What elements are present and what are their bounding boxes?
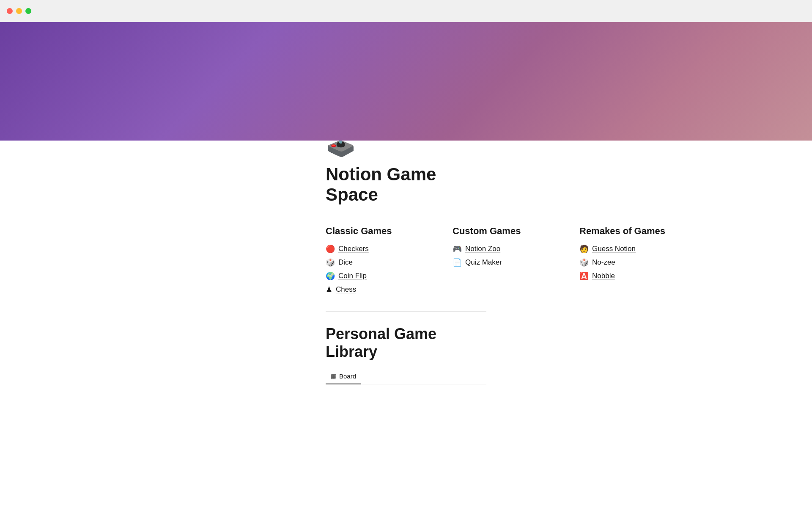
list-item[interactable]: 📄 Quiz Maker (453, 258, 546, 267)
quiz-maker-label[interactable]: Quiz Maker (465, 258, 502, 267)
tab-board[interactable]: ▦ Board (326, 369, 361, 384)
board-tab-label: Board (339, 373, 356, 380)
page-title: Notion Game Space (326, 164, 486, 205)
notion-zoo-label[interactable]: Notion Zoo (465, 245, 500, 253)
dice-label[interactable]: Dice (338, 258, 353, 267)
custom-games-column: Custom Games 🎮 Notion Zoo 📄 Quiz Maker (453, 225, 546, 294)
personal-library-title: Personal Game Library (326, 325, 486, 361)
maximize-button[interactable] (25, 8, 31, 14)
list-item[interactable]: 🎲 No-zee (579, 258, 698, 267)
list-item[interactable]: 🌍 Coin Flip (326, 271, 419, 281)
checkers-label[interactable]: Checkers (338, 245, 369, 253)
chess-label[interactable]: Chess (336, 285, 356, 294)
chess-icon: ♟ (326, 285, 332, 294)
nobble-label[interactable]: Nobble (592, 272, 615, 280)
close-button[interactable] (7, 8, 13, 14)
quiz-maker-icon: 📄 (453, 258, 462, 267)
classic-games-header: Classic Games (326, 225, 419, 237)
guess-notion-icon: 🧑 (579, 244, 589, 254)
tab-bar: ▦ Board (326, 369, 486, 384)
section-divider (326, 311, 486, 312)
coin-flip-label[interactable]: Coin Flip (338, 272, 367, 280)
notion-zoo-icon: 🎮 (453, 244, 462, 254)
remakes-header: Remakes of Games (579, 225, 698, 237)
coin-flip-icon: 🌍 (326, 271, 335, 281)
list-item[interactable]: 🧑 Guess Notion (579, 244, 698, 254)
guess-notion-label[interactable]: Guess Notion (592, 245, 636, 253)
custom-games-list: 🎮 Notion Zoo 📄 Quiz Maker (453, 244, 546, 267)
checkers-icon: 🔴 (326, 244, 335, 254)
list-item[interactable]: ♟ Chess (326, 285, 419, 294)
classic-games-column: Classic Games 🔴 Checkers 🎲 Dice 🌍 Coin F… (326, 225, 419, 294)
list-item[interactable]: 🎲 Dice (326, 258, 419, 267)
personal-library-section: Personal Game Library ▦ Board (326, 325, 486, 384)
remakes-list: 🧑 Guess Notion 🎲 No-zee 🅰️ Nobble (579, 244, 698, 281)
nobble-icon: 🅰️ (579, 271, 589, 281)
list-item[interactable]: 🔴 Checkers (326, 244, 419, 254)
classic-games-list: 🔴 Checkers 🎲 Dice 🌍 Coin Flip ♟ Chess (326, 244, 419, 294)
minimize-button[interactable] (16, 8, 22, 14)
remakes-column: Remakes of Games 🧑 Guess Notion 🎲 No-zee… (579, 225, 698, 294)
board-tab-icon: ▦ (331, 373, 337, 380)
columns-section: Classic Games 🔴 Checkers 🎲 Dice 🌍 Coin F… (326, 225, 486, 294)
custom-games-header: Custom Games (453, 225, 546, 237)
titlebar (0, 0, 812, 22)
no-zee-icon: 🎲 (579, 258, 589, 267)
list-item[interactable]: 🅰️ Nobble (579, 271, 698, 281)
list-item[interactable]: 🎮 Notion Zoo (453, 244, 546, 254)
dice-icon: 🎲 (326, 258, 335, 267)
no-zee-label[interactable]: No-zee (592, 258, 615, 267)
page-content: 🕹️ Notion Game Space Classic Games 🔴 Che… (173, 128, 639, 384)
hero-banner (0, 22, 812, 141)
